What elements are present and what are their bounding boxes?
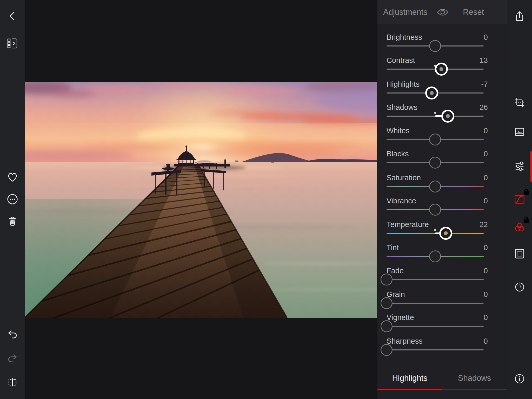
- heart-icon: [6, 171, 18, 183]
- sharpness-slider-knob[interactable]: [381, 344, 393, 356]
- slider-label: Brightness: [387, 33, 422, 42]
- saturation-slider-track[interactable]: [387, 186, 484, 187]
- tab-highlights[interactable]: Highlights: [377, 367, 442, 390]
- redo-icon: [6, 353, 18, 364]
- brightness-slider-knob[interactable]: [429, 40, 441, 52]
- slider-label: Vignette: [387, 313, 414, 322]
- slider-row-contrast: Contrast 13: [377, 56, 507, 76]
- grain-slider-track[interactable]: [387, 303, 484, 304]
- slider-label: Temperature: [387, 220, 429, 229]
- highlights-slider-track[interactable]: [387, 92, 484, 94]
- redo-button[interactable]: [6, 352, 19, 365]
- curves-button[interactable]: [513, 193, 526, 205]
- undo-icon: [6, 329, 18, 341]
- share-icon: [514, 10, 526, 22]
- right-toolbar: [507, 0, 532, 399]
- adjustments-panel: Adjustments Reset Brightness 0 Contrast …: [377, 0, 507, 399]
- undo-button[interactable]: [6, 328, 19, 341]
- adjust-button[interactable]: [513, 160, 526, 172]
- slider-value: 0: [484, 150, 488, 158]
- slider-default-marker: [434, 229, 436, 231]
- vignette-slider-knob[interactable]: [381, 320, 393, 332]
- back-chevron-icon: [7, 10, 18, 22]
- slider-row-saturation: Saturation 0: [377, 174, 507, 194]
- slider-label: Saturation: [387, 174, 421, 182]
- preview-toggle-button[interactable]: [436, 8, 449, 16]
- compare-button[interactable]: [6, 376, 19, 389]
- grain-slider-knob[interactable]: [381, 297, 393, 309]
- slider-row-shadows: Shadows 26: [377, 103, 507, 123]
- slider-row-highlights: Highlights -7: [377, 80, 507, 100]
- history-button[interactable]: [513, 281, 526, 293]
- delete-button[interactable]: [6, 215, 19, 228]
- before-after-icon: [6, 376, 18, 388]
- vibrance-slider-track[interactable]: [387, 209, 484, 210]
- slider-row-vignette: Vignette 0: [377, 313, 507, 334]
- adjust-sliders-icon: [514, 160, 526, 172]
- reset-button[interactable]: Reset: [463, 8, 484, 17]
- blacks-slider-track[interactable]: [387, 162, 484, 163]
- fade-slider-track[interactable]: [387, 279, 484, 280]
- frame-icon: [514, 248, 526, 260]
- temperature-slider-track[interactable]: [387, 233, 484, 234]
- slider-row-temperature: Temperature 22: [377, 220, 507, 241]
- slider-label: Sharpness: [387, 337, 423, 345]
- slider-label: Grain: [387, 290, 405, 299]
- slider-value: 22: [480, 220, 488, 229]
- whites-slider-track[interactable]: [387, 139, 484, 140]
- back-button[interactable]: [6, 10, 19, 22]
- tab-shadows[interactable]: Shadows: [442, 367, 507, 390]
- crop-icon: [514, 97, 526, 109]
- slider-value: 13: [480, 56, 488, 65]
- contrast-slider-knob[interactable]: [435, 63, 448, 76]
- share-button[interactable]: [513, 10, 526, 23]
- brightness-slider-track[interactable]: [387, 45, 484, 46]
- color-wheels-icon: [514, 221, 526, 233]
- vignette-slider-track[interactable]: [387, 326, 484, 327]
- slider-label: Blacks: [387, 150, 409, 158]
- slider-label: Vibrance: [387, 197, 416, 205]
- shadows-slider-track[interactable]: [387, 116, 484, 117]
- slider-label: Tint: [387, 243, 399, 252]
- whites-slider-knob[interactable]: [429, 134, 441, 145]
- color-wheels-button[interactable]: [513, 221, 526, 234]
- slider-label: Whites: [387, 127, 410, 135]
- contrast-slider-track[interactable]: [387, 69, 484, 70]
- ellipsis-circle-icon: [6, 193, 18, 205]
- slider-value: 0: [484, 243, 488, 252]
- preview-eye-icon: [436, 8, 449, 16]
- shadows-slider-knob[interactable]: [441, 110, 454, 123]
- active-tab-underline: [377, 389, 442, 390]
- panel-toggle-button[interactable]: [6, 37, 19, 50]
- vibrance-slider-knob[interactable]: [429, 204, 441, 216]
- slider-label: Shadows: [387, 103, 417, 112]
- favorite-button[interactable]: [6, 171, 19, 183]
- fade-slider-knob[interactable]: [381, 274, 393, 285]
- slider-value: 0: [484, 127, 488, 135]
- active-tool-indicator: [530, 151, 532, 182]
- more-button[interactable]: [6, 193, 19, 205]
- slider-label: Contrast: [387, 56, 415, 65]
- tint-slider-knob[interactable]: [429, 250, 441, 262]
- panel-toggle-icon: [6, 37, 19, 50]
- info-icon: [514, 373, 526, 385]
- temperature-slider-knob[interactable]: [439, 227, 452, 240]
- left-toolbar: [0, 0, 25, 399]
- slider-row-vibrance: Vibrance 0: [377, 197, 507, 217]
- saturation-slider-knob[interactable]: [429, 181, 441, 192]
- crop-button[interactable]: [513, 96, 526, 109]
- panel-title: Adjustments: [383, 8, 428, 17]
- highlights-slider-knob[interactable]: [425, 87, 438, 99]
- photo-sunset-pier: [25, 82, 377, 318]
- slider-default-marker: [434, 112, 436, 114]
- blacks-slider-knob[interactable]: [429, 157, 441, 169]
- slider-value: 26: [480, 103, 488, 112]
- filters-button[interactable]: [513, 126, 526, 138]
- slider-value: 0: [484, 337, 488, 345]
- slider-value: -7: [481, 80, 488, 89]
- frame-button[interactable]: [513, 248, 526, 260]
- tint-slider-track[interactable]: [387, 256, 484, 257]
- sharpness-slider-track[interactable]: [387, 349, 484, 350]
- slider-value: 0: [484, 33, 488, 42]
- info-button[interactable]: [513, 373, 526, 385]
